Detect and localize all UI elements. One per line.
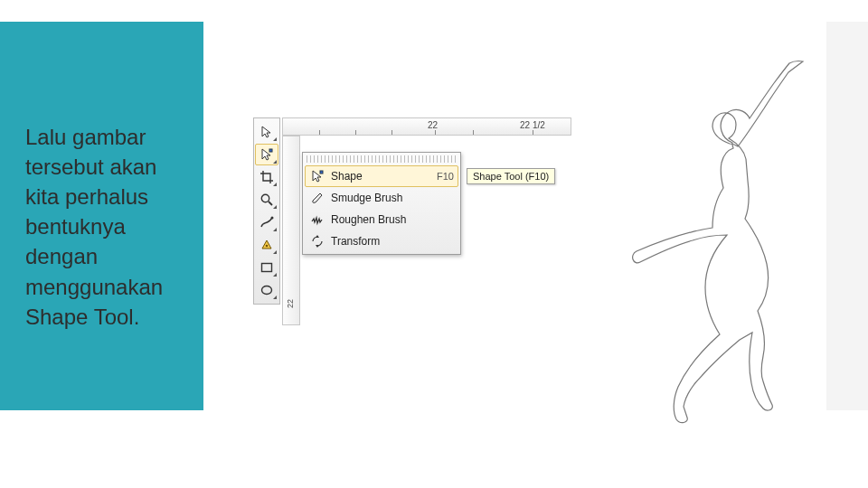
tooltip: Shape Tool (F10) [467, 168, 555, 184]
svg-point-1 [261, 194, 269, 202]
flyout-indicator-icon [273, 296, 277, 299]
flyout-item-label: Transform [331, 235, 448, 248]
ruler-tick-label: 22 [428, 120, 438, 130]
transform-icon [309, 233, 326, 249]
roughen-brush-icon [309, 211, 326, 228]
crop-tool[interactable] [255, 166, 278, 188]
zoom-tool[interactable] [255, 189, 278, 211]
svg-point-3 [271, 217, 274, 220]
shape-icon [309, 168, 326, 184]
flyout-indicator-icon [273, 183, 277, 186]
freehand-tool[interactable] [255, 211, 278, 233]
dancer-outline [561, 54, 832, 434]
flyout-item-smudge[interactable]: Smudge Brush [305, 187, 458, 209]
shape-tool[interactable] [255, 144, 278, 165]
flyout-grip[interactable] [307, 155, 457, 163]
toolbox [253, 117, 280, 305]
ruler-tick-label: 22 [286, 299, 295, 308]
flyout-indicator-icon [273, 205, 277, 209]
smart-fill-tool[interactable] [255, 234, 278, 256]
horizontal-ruler: 22 22 1/2 [282, 117, 571, 136]
svg-rect-5 [262, 264, 272, 272]
flyout-indicator-icon [273, 160, 277, 164]
svg-rect-7 [320, 171, 323, 174]
panel-text: Lalu gambar tersebut akan kita perhalus … [25, 122, 193, 332]
svg-rect-0 [269, 149, 272, 152]
ellipse-tool[interactable] [255, 279, 278, 301]
decorative-strip [826, 22, 868, 410]
rectangle-tool[interactable] [255, 257, 278, 278]
svg-point-4 [266, 245, 269, 248]
flyout-indicator-icon [273, 228, 277, 231]
svg-line-2 [269, 202, 272, 205]
ruler-tick-label: 22 1/2 [520, 120, 545, 130]
flyout-item-label: Smudge Brush [331, 192, 448, 204]
flyout-item-shape[interactable]: Shape F10 [305, 165, 458, 187]
flyout-indicator-icon [273, 137, 277, 141]
flyout-indicator-icon [273, 273, 277, 277]
shape-tool-flyout: Shape F10 Smudge Brush Roughen Brush [302, 152, 461, 255]
flyout-indicator-icon [273, 250, 277, 254]
flyout-item-roughen[interactable]: Roughen Brush [305, 209, 458, 230]
pick-tool[interactable] [255, 121, 278, 143]
flyout-item-shortcut: F10 [437, 171, 454, 182]
flyout-item-label: Roughen Brush [331, 213, 448, 226]
flyout-item-label: Shape [331, 170, 431, 183]
flyout-item-transform[interactable]: Transform [305, 230, 458, 252]
vertical-ruler: 22 [282, 136, 300, 325]
coreldraw-screenshot: 22 22 1/2 22 [253, 117, 597, 343]
smudge-brush-icon [309, 190, 326, 206]
svg-point-6 [262, 286, 272, 295]
